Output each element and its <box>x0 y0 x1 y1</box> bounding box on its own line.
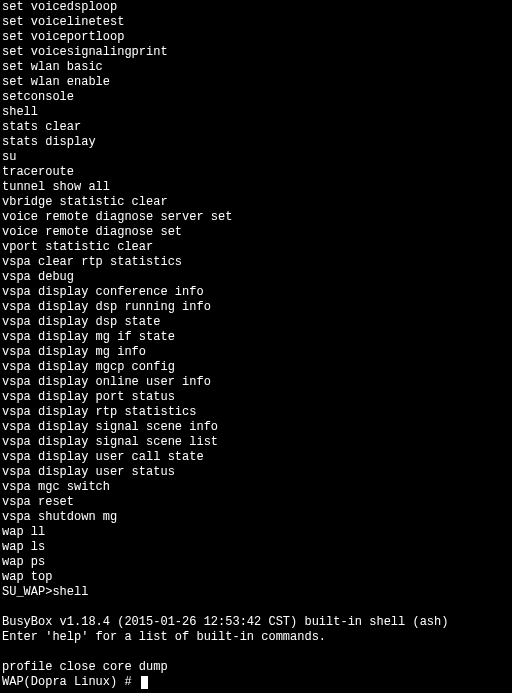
blank-line <box>2 600 512 615</box>
command-list-line: set voiceportloop <box>2 30 512 45</box>
command-list-line: vspa display dsp running info <box>2 300 512 315</box>
command-list-line: vspa display dsp state <box>2 315 512 330</box>
command-list-line: wap top <box>2 570 512 585</box>
command-list-line: vspa display mg info <box>2 345 512 360</box>
command-list-line: vspa debug <box>2 270 512 285</box>
command-list-line: vbridge statistic clear <box>2 195 512 210</box>
command-list-line: wap ps <box>2 555 512 570</box>
command-list-line: vspa display signal scene list <box>2 435 512 450</box>
command-list-line: set voicelinetest <box>2 15 512 30</box>
command-list-line: vspa display port status <box>2 390 512 405</box>
command-list-line: set wlan enable <box>2 75 512 90</box>
command-list-line: vspa display user call state <box>2 450 512 465</box>
command-list-line: setconsole <box>2 90 512 105</box>
command-list-line: vspa shutdown mg <box>2 510 512 525</box>
command-list-line: voice remote diagnose server set <box>2 210 512 225</box>
command-list-line: shell <box>2 105 512 120</box>
command-list-line: set voicesignalingprint <box>2 45 512 60</box>
command-list-line: su <box>2 150 512 165</box>
command-list-line: stats clear <box>2 120 512 135</box>
command-list-line: vspa clear rtp statistics <box>2 255 512 270</box>
command-list-line: wap ls <box>2 540 512 555</box>
command-list-line: set voicedsploop <box>2 0 512 15</box>
blank-line <box>2 645 512 660</box>
command-list-line: vspa display signal scene info <box>2 420 512 435</box>
command-list-line: vspa display user status <box>2 465 512 480</box>
command-list-line: tunnel show all <box>2 180 512 195</box>
command-list-line: vport statistic clear <box>2 240 512 255</box>
prompt-text: WAP(Dopra Linux) # <box>2 675 139 690</box>
command-list-line: vspa display conference info <box>2 285 512 300</box>
command-list-line: vspa display mgcp config <box>2 360 512 375</box>
terminal-output[interactable]: set voicedsploopset voicelinetestset voi… <box>2 0 512 690</box>
busybox-banner: BusyBox v1.18.4 (2015-01-26 12:53:42 CST… <box>2 615 512 630</box>
cursor <box>141 676 148 689</box>
shell-prompt[interactable]: WAP(Dopra Linux) # <box>2 675 512 690</box>
command-list-line: stats display <box>2 135 512 150</box>
profile-line: profile close core dump <box>2 660 512 675</box>
command-list-line: wap ll <box>2 525 512 540</box>
command-list-line: vspa display online user info <box>2 375 512 390</box>
command-list-line: traceroute <box>2 165 512 180</box>
command-list-line: vspa display rtp statistics <box>2 405 512 420</box>
command-list-line: voice remote diagnose set <box>2 225 512 240</box>
command-list-line: vspa display mg if state <box>2 330 512 345</box>
shell-prompt-line: SU_WAP>shell <box>2 585 512 600</box>
help-hint: Enter 'help' for a list of built-in comm… <box>2 630 512 645</box>
command-list-line: vspa reset <box>2 495 512 510</box>
command-list-line: set wlan basic <box>2 60 512 75</box>
command-list-line: vspa mgc switch <box>2 480 512 495</box>
